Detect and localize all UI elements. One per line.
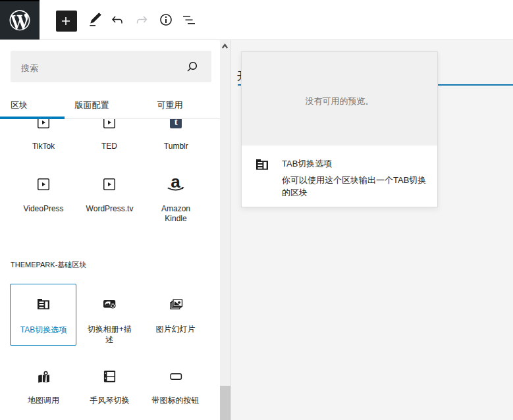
svg-text:a: a [171,174,180,192]
